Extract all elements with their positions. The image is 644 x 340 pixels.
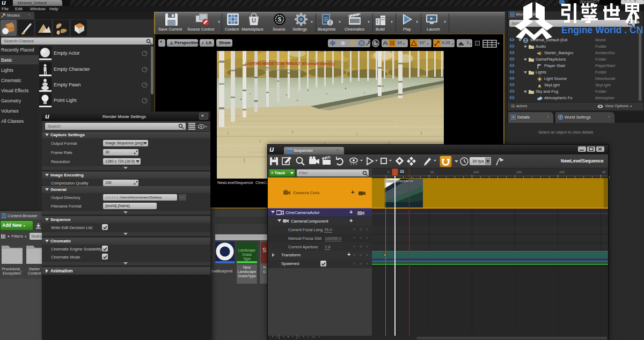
svg-text:U: U: [252, 17, 256, 24]
svg-text:S: S: [278, 17, 282, 23]
